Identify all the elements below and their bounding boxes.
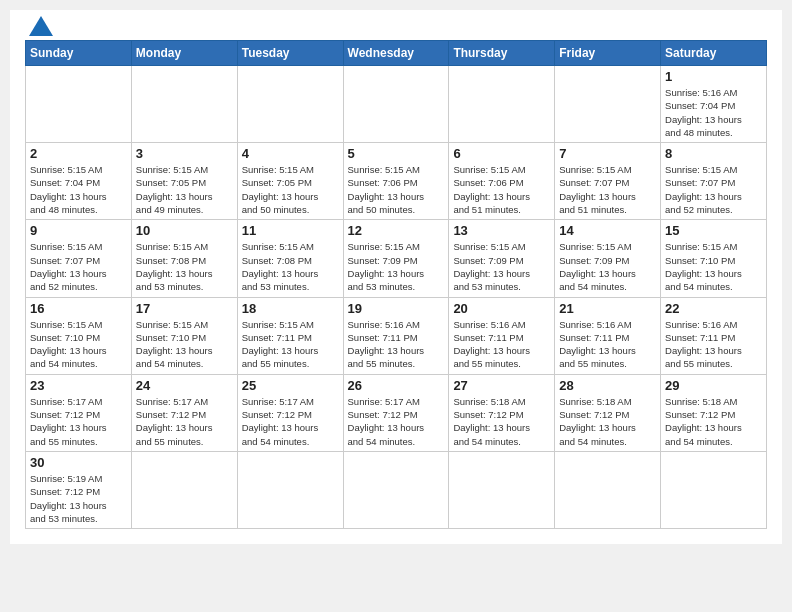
day-number: 19 [348, 301, 445, 316]
day-info: Sunrise: 5:17 AM Sunset: 7:12 PM Dayligh… [348, 395, 445, 448]
day-number: 25 [242, 378, 339, 393]
calendar-cell: 23Sunrise: 5:17 AM Sunset: 7:12 PM Dayli… [26, 374, 132, 451]
day-info: Sunrise: 5:16 AM Sunset: 7:11 PM Dayligh… [559, 318, 656, 371]
day-info: Sunrise: 5:15 AM Sunset: 7:09 PM Dayligh… [559, 240, 656, 293]
calendar-cell [26, 66, 132, 143]
day-number: 30 [30, 455, 127, 470]
day-info: Sunrise: 5:16 AM Sunset: 7:04 PM Dayligh… [665, 86, 762, 139]
day-number: 20 [453, 301, 550, 316]
calendar-cell: 1Sunrise: 5:16 AM Sunset: 7:04 PM Daylig… [661, 66, 767, 143]
day-number: 21 [559, 301, 656, 316]
calendar-cell: 4Sunrise: 5:15 AM Sunset: 7:05 PM Daylig… [237, 143, 343, 220]
day-info: Sunrise: 5:15 AM Sunset: 7:04 PM Dayligh… [30, 163, 127, 216]
calendar-cell: 11Sunrise: 5:15 AM Sunset: 7:08 PM Dayli… [237, 220, 343, 297]
day-number: 12 [348, 223, 445, 238]
day-info: Sunrise: 5:17 AM Sunset: 7:12 PM Dayligh… [136, 395, 233, 448]
day-info: Sunrise: 5:16 AM Sunset: 7:11 PM Dayligh… [453, 318, 550, 371]
calendar-cell: 26Sunrise: 5:17 AM Sunset: 7:12 PM Dayli… [343, 374, 449, 451]
weekday-header-wednesday: Wednesday [343, 41, 449, 66]
calendar-cell: 24Sunrise: 5:17 AM Sunset: 7:12 PM Dayli… [131, 374, 237, 451]
weekday-header-tuesday: Tuesday [237, 41, 343, 66]
calendar-week-row: 23Sunrise: 5:17 AM Sunset: 7:12 PM Dayli… [26, 374, 767, 451]
calendar-cell: 16Sunrise: 5:15 AM Sunset: 7:10 PM Dayli… [26, 297, 132, 374]
day-info: Sunrise: 5:17 AM Sunset: 7:12 PM Dayligh… [30, 395, 127, 448]
weekday-header-row: SundayMondayTuesdayWednesdayThursdayFrid… [26, 41, 767, 66]
calendar-cell: 18Sunrise: 5:15 AM Sunset: 7:11 PM Dayli… [237, 297, 343, 374]
day-info: Sunrise: 5:15 AM Sunset: 7:11 PM Dayligh… [242, 318, 339, 371]
calendar-cell [555, 451, 661, 528]
day-info: Sunrise: 5:19 AM Sunset: 7:12 PM Dayligh… [30, 472, 127, 525]
calendar-cell: 29Sunrise: 5:18 AM Sunset: 7:12 PM Dayli… [661, 374, 767, 451]
calendar-cell: 14Sunrise: 5:15 AM Sunset: 7:09 PM Dayli… [555, 220, 661, 297]
day-number: 29 [665, 378, 762, 393]
calendar-cell [449, 66, 555, 143]
day-number: 27 [453, 378, 550, 393]
calendar-week-row: 30Sunrise: 5:19 AM Sunset: 7:12 PM Dayli… [26, 451, 767, 528]
day-number: 8 [665, 146, 762, 161]
calendar-cell [131, 66, 237, 143]
weekday-header-sunday: Sunday [26, 41, 132, 66]
day-info: Sunrise: 5:15 AM Sunset: 7:06 PM Dayligh… [348, 163, 445, 216]
logo-triangle-icon [29, 16, 53, 36]
calendar-cell: 6Sunrise: 5:15 AM Sunset: 7:06 PM Daylig… [449, 143, 555, 220]
day-info: Sunrise: 5:15 AM Sunset: 7:06 PM Dayligh… [453, 163, 550, 216]
calendar-cell: 17Sunrise: 5:15 AM Sunset: 7:10 PM Dayli… [131, 297, 237, 374]
calendar-week-row: 2Sunrise: 5:15 AM Sunset: 7:04 PM Daylig… [26, 143, 767, 220]
day-info: Sunrise: 5:15 AM Sunset: 7:09 PM Dayligh… [348, 240, 445, 293]
day-info: Sunrise: 5:15 AM Sunset: 7:10 PM Dayligh… [30, 318, 127, 371]
calendar-cell [237, 451, 343, 528]
day-info: Sunrise: 5:18 AM Sunset: 7:12 PM Dayligh… [665, 395, 762, 448]
day-number: 9 [30, 223, 127, 238]
day-info: Sunrise: 5:17 AM Sunset: 7:12 PM Dayligh… [242, 395, 339, 448]
calendar-cell: 21Sunrise: 5:16 AM Sunset: 7:11 PM Dayli… [555, 297, 661, 374]
logo-area [25, 20, 57, 36]
calendar-cell: 8Sunrise: 5:15 AM Sunset: 7:07 PM Daylig… [661, 143, 767, 220]
day-info: Sunrise: 5:15 AM Sunset: 7:09 PM Dayligh… [453, 240, 550, 293]
weekday-header-friday: Friday [555, 41, 661, 66]
logo [25, 20, 57, 36]
day-number: 15 [665, 223, 762, 238]
calendar-cell [555, 66, 661, 143]
day-number: 26 [348, 378, 445, 393]
day-number: 1 [665, 69, 762, 84]
calendar-cell [343, 66, 449, 143]
weekday-header-thursday: Thursday [449, 41, 555, 66]
calendar-cell: 19Sunrise: 5:16 AM Sunset: 7:11 PM Dayli… [343, 297, 449, 374]
calendar-week-row: 16Sunrise: 5:15 AM Sunset: 7:10 PM Dayli… [26, 297, 767, 374]
day-info: Sunrise: 5:16 AM Sunset: 7:11 PM Dayligh… [665, 318, 762, 371]
day-number: 13 [453, 223, 550, 238]
calendar-cell: 9Sunrise: 5:15 AM Sunset: 7:07 PM Daylig… [26, 220, 132, 297]
calendar-cell: 5Sunrise: 5:15 AM Sunset: 7:06 PM Daylig… [343, 143, 449, 220]
day-number: 23 [30, 378, 127, 393]
page: SundayMondayTuesdayWednesdayThursdayFrid… [10, 10, 782, 544]
calendar-week-row: 1Sunrise: 5:16 AM Sunset: 7:04 PM Daylig… [26, 66, 767, 143]
day-info: Sunrise: 5:16 AM Sunset: 7:11 PM Dayligh… [348, 318, 445, 371]
header [25, 20, 767, 36]
day-info: Sunrise: 5:15 AM Sunset: 7:05 PM Dayligh… [136, 163, 233, 216]
day-info: Sunrise: 5:15 AM Sunset: 7:07 PM Dayligh… [30, 240, 127, 293]
day-number: 28 [559, 378, 656, 393]
day-info: Sunrise: 5:15 AM Sunset: 7:07 PM Dayligh… [665, 163, 762, 216]
weekday-header-saturday: Saturday [661, 41, 767, 66]
calendar-cell: 22Sunrise: 5:16 AM Sunset: 7:11 PM Dayli… [661, 297, 767, 374]
day-number: 7 [559, 146, 656, 161]
calendar-cell: 28Sunrise: 5:18 AM Sunset: 7:12 PM Dayli… [555, 374, 661, 451]
day-info: Sunrise: 5:15 AM Sunset: 7:10 PM Dayligh… [136, 318, 233, 371]
day-info: Sunrise: 5:18 AM Sunset: 7:12 PM Dayligh… [559, 395, 656, 448]
calendar-cell [237, 66, 343, 143]
day-number: 11 [242, 223, 339, 238]
day-number: 16 [30, 301, 127, 316]
calendar-cell: 13Sunrise: 5:15 AM Sunset: 7:09 PM Dayli… [449, 220, 555, 297]
calendar-week-row: 9Sunrise: 5:15 AM Sunset: 7:07 PM Daylig… [26, 220, 767, 297]
day-number: 24 [136, 378, 233, 393]
calendar-cell: 15Sunrise: 5:15 AM Sunset: 7:10 PM Dayli… [661, 220, 767, 297]
day-info: Sunrise: 5:15 AM Sunset: 7:10 PM Dayligh… [665, 240, 762, 293]
day-number: 2 [30, 146, 127, 161]
day-info: Sunrise: 5:15 AM Sunset: 7:07 PM Dayligh… [559, 163, 656, 216]
calendar-cell: 27Sunrise: 5:18 AM Sunset: 7:12 PM Dayli… [449, 374, 555, 451]
weekday-header-monday: Monday [131, 41, 237, 66]
day-number: 6 [453, 146, 550, 161]
day-info: Sunrise: 5:15 AM Sunset: 7:08 PM Dayligh… [136, 240, 233, 293]
calendar-cell: 7Sunrise: 5:15 AM Sunset: 7:07 PM Daylig… [555, 143, 661, 220]
day-info: Sunrise: 5:15 AM Sunset: 7:08 PM Dayligh… [242, 240, 339, 293]
